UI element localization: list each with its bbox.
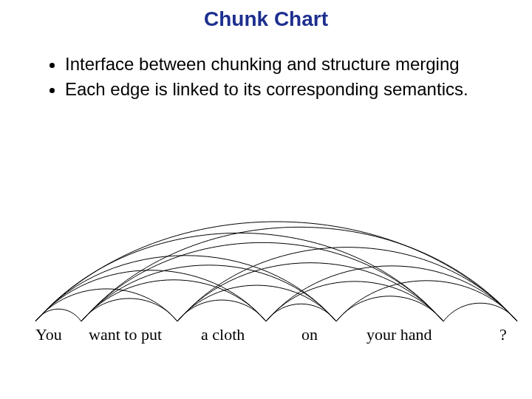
chunk-chart [0,177,532,347]
chart-arc [336,296,443,321]
chart-arc [81,299,177,321]
chart-arc [177,263,443,321]
chart-arc [81,227,517,321]
sentence-row: Youwant to puta clothonyour hand? [0,325,532,347]
token: ? [499,325,507,344]
chart-arc [35,256,336,321]
chart-arc [81,242,443,321]
chart-arc [35,309,81,321]
bullet-item: Each edge is linked to its corresponding… [65,78,488,100]
token: want to put [89,325,162,344]
chart-arc [35,289,177,321]
token: You [35,325,62,344]
chart-arc [177,300,266,321]
arc-diagram [0,177,532,325]
chart-arc [266,304,336,321]
bullet-list: Interface between chunking and structure… [44,53,488,103]
slide: Chunk Chart Interface between chunking a… [0,0,532,399]
token: on [301,325,318,344]
chart-arc [35,222,517,321]
bullet-item: Interface between chunking and structure… [65,53,488,75]
chart-arc [443,303,517,321]
chart-arc [177,285,336,321]
token: a cloth [201,325,245,344]
slide-title: Chunk Chart [0,7,532,31]
chart-arc [266,266,517,321]
token: your hand [366,325,432,344]
chart-arc [81,280,266,321]
